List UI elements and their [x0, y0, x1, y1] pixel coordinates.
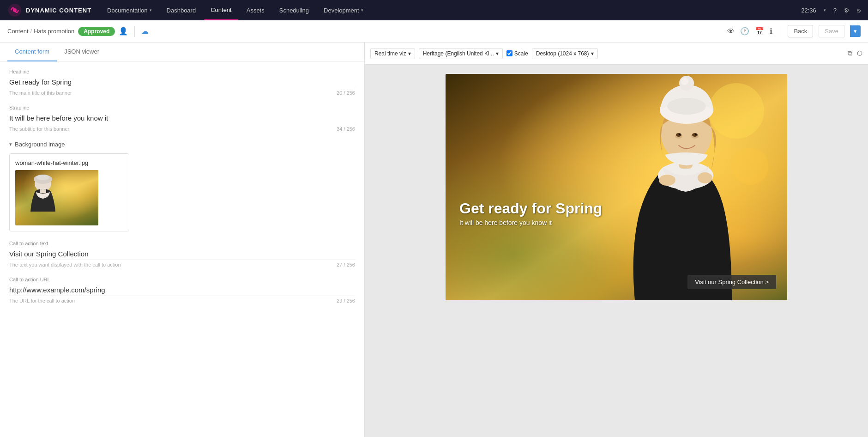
- help-icon[interactable]: ?: [833, 7, 837, 14]
- nav-item-documentation[interactable]: Documentation ▾: [101, 0, 158, 20]
- time-chevron-icon[interactable]: ▾: [824, 8, 826, 12]
- right-panel: Real time viz ▾ Heritage (English United…: [365, 42, 868, 437]
- calendar-icon[interactable]: 📅: [755, 27, 764, 36]
- headline-count: 20 / 256: [337, 90, 355, 96]
- banner-headline: Get ready for Spring: [459, 200, 602, 217]
- svg-point-18: [692, 133, 698, 137]
- image-card[interactable]: woman-white-hat-winter.jpg: [9, 153, 129, 231]
- save-dropdown-button[interactable]: ▾: [850, 25, 861, 37]
- nav-item-dashboard[interactable]: Dashboard: [160, 0, 203, 20]
- woman-silhouette-svg: [27, 175, 59, 225]
- cta-url-field-group: Call to action URL The URL for the call …: [9, 277, 355, 303]
- cta-text-hint: The text you want displayed with the cal…: [9, 262, 121, 267]
- viz-select[interactable]: Real time viz ▾: [370, 48, 415, 59]
- chevron-collapse-icon: ▾: [9, 141, 12, 147]
- chevron-down-icon: ▾: [361, 8, 363, 12]
- cta-text-input[interactable]: [9, 248, 355, 260]
- svg-point-12: [667, 98, 706, 115]
- cta-url-hint: The URL for the call to action: [9, 298, 75, 303]
- background-image-section-header[interactable]: ▾ Background image: [9, 141, 355, 148]
- svg-point-19: [679, 134, 681, 135]
- user-icon-area: 👤 ☁: [119, 26, 149, 37]
- history-icon[interactable]: 🕐: [740, 27, 749, 36]
- banner-text-overlay: Get ready for Spring It will be here bef…: [459, 200, 602, 226]
- headline-input[interactable]: [9, 76, 355, 88]
- main-layout: Content form JSON viewer Headline The ma…: [0, 42, 868, 437]
- cta-url-count: 29 / 256: [337, 298, 355, 303]
- heritage-select[interactable]: Heritage (English United Ki... ▾: [419, 48, 503, 59]
- heritage-label: Heritage (English United Ki...: [423, 50, 494, 57]
- copy-icon[interactable]: ⧉: [848, 49, 852, 57]
- cta-text-label: Call to action text: [9, 241, 355, 246]
- nav-item-assets[interactable]: Assets: [240, 0, 271, 20]
- svg-point-6: [709, 83, 764, 139]
- banner-figure-svg: [575, 74, 769, 300]
- strapline-hint: The subtitle for this banner: [9, 126, 69, 132]
- svg-point-17: [676, 133, 681, 137]
- info-icon[interactable]: ℹ: [770, 27, 772, 36]
- nav-right-area: 22:36 ▾ ? ⚙ ⎋: [801, 7, 861, 14]
- viz-label: Real time viz: [374, 50, 406, 57]
- background-image-label: Background image: [15, 141, 65, 148]
- thumbnail-inner: [15, 170, 98, 225]
- logo-area: DYNAMIC CONTENT: [7, 3, 91, 18]
- viz-chevron-icon: ▾: [408, 50, 411, 57]
- left-panel: Content form JSON viewer Headline The ma…: [0, 42, 365, 437]
- svg-point-1: [13, 8, 17, 12]
- scale-label: Scale: [514, 50, 528, 57]
- preview-area: Get ready for Spring It will be here bef…: [365, 65, 868, 437]
- settings-icon[interactable]: ⚙: [844, 7, 850, 14]
- cta-url-label: Call to action URL: [9, 277, 355, 282]
- breadcrumb: Content / Hats promotion: [7, 28, 74, 35]
- nav-item-content[interactable]: Content: [204, 0, 238, 20]
- svg-point-21: [659, 175, 675, 186]
- divider-2: [780, 26, 780, 37]
- back-button[interactable]: Back: [788, 25, 813, 37]
- breadcrumb-separator: /: [30, 28, 32, 35]
- headline-hint: The main title of this banner: [9, 90, 72, 96]
- app-logo-icon: [7, 3, 22, 18]
- cta-url-meta: The URL for the call to action 29 / 256: [9, 298, 355, 303]
- banner-preview: Get ready for Spring It will be here bef…: [446, 74, 787, 300]
- logout-icon[interactable]: ⎋: [857, 7, 861, 14]
- second-bar: Content / Hats promotion Approved 👤 ☁ 👁 …: [0, 20, 868, 42]
- app-logo-text: DYNAMIC CONTENT: [26, 7, 91, 14]
- preview-right-icons: ⧉ ⬡: [848, 49, 862, 57]
- chevron-down-icon: ▾: [150, 8, 152, 12]
- image-thumbnail: [15, 170, 98, 225]
- preview-toolbar: Real time viz ▾ Heritage (English United…: [365, 42, 868, 65]
- strapline-field-group: Strapline The subtitle for this banner 3…: [9, 105, 355, 132]
- svg-point-14: [681, 78, 688, 85]
- user-icon[interactable]: 👤: [119, 27, 128, 36]
- breadcrumb-page: Hats promotion: [34, 28, 74, 35]
- strapline-input[interactable]: [9, 112, 355, 124]
- image-filename: woman-white-hat-winter.jpg: [15, 159, 123, 166]
- desktop-select[interactable]: Desktop (1024 x 768) ▾: [532, 48, 598, 59]
- strapline-label: Strapline: [9, 105, 355, 110]
- time-display: 22:36: [801, 7, 816, 14]
- tab-content-form[interactable]: Content form: [7, 42, 57, 61]
- headline-meta: The main title of this banner 20 / 256: [9, 90, 355, 96]
- external-link-icon[interactable]: ⬡: [857, 49, 862, 57]
- banner-strapline: It will be here before you know it: [459, 219, 602, 226]
- background-image-group: ▾ Background image woman-white-hat-winte…: [9, 141, 355, 231]
- nav-item-development[interactable]: Development ▾: [317, 0, 370, 20]
- headline-field-group: Headline The main title of this banner 2…: [9, 69, 355, 96]
- tab-json-viewer[interactable]: JSON viewer: [57, 42, 107, 61]
- save-button[interactable]: Save: [819, 25, 844, 37]
- nav-item-scheduling[interactable]: Scheduling: [273, 0, 315, 20]
- desktop-label: Desktop (1024 x 768): [536, 50, 589, 57]
- banner-cta: Visit our Spring Collection >: [687, 275, 776, 289]
- svg-point-20: [695, 134, 697, 135]
- cta-url-input[interactable]: [9, 284, 355, 296]
- scale-checkbox[interactable]: [506, 50, 512, 56]
- preview-eye-icon[interactable]: 👁: [727, 27, 735, 36]
- cloud-icon[interactable]: ☁: [141, 27, 149, 36]
- cta-text-count: 27 / 256: [337, 262, 355, 267]
- heritage-chevron-icon: ▾: [496, 50, 499, 57]
- svg-point-7: [732, 148, 769, 185]
- scale-check: Scale: [506, 50, 528, 57]
- svg-point-4: [36, 175, 49, 180]
- svg-point-22: [698, 172, 712, 183]
- breadcrumb-root[interactable]: Content: [7, 28, 29, 35]
